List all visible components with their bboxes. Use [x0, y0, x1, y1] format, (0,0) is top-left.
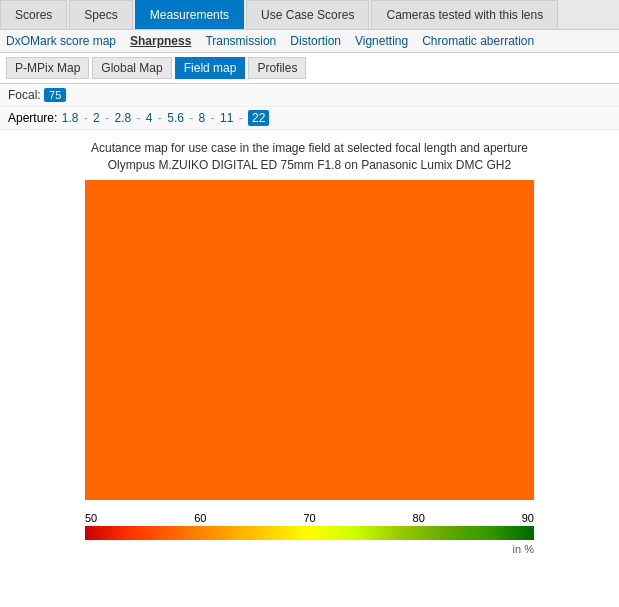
- scale-bar: [85, 526, 534, 540]
- tab-specs[interactable]: Specs: [69, 0, 132, 29]
- tab-cameras-tested[interactable]: Cameras tested with this lens: [371, 0, 558, 29]
- focal-value[interactable]: 75: [44, 88, 66, 102]
- nav-sharpness[interactable]: Sharpness: [130, 34, 191, 48]
- tab-measurements[interactable]: Measurements: [135, 0, 244, 29]
- tab-scores[interactable]: Scores: [0, 0, 67, 29]
- tab-use-case-scores[interactable]: Use Case Scores: [246, 0, 369, 29]
- subtab-field-map[interactable]: Field map: [175, 57, 246, 79]
- scale-label-50: 50: [85, 512, 97, 524]
- nav-distortion[interactable]: Distortion: [290, 34, 341, 48]
- aperture-11[interactable]: 11: [220, 111, 233, 125]
- scale-label-60: 60: [194, 512, 206, 524]
- scale-label-90: 90: [522, 512, 534, 524]
- aperture-2-8[interactable]: 2.8: [114, 111, 131, 125]
- second-navigation: DxOMark score map Sharpness Transmission…: [0, 30, 619, 53]
- chart-title-line1: Acutance map for use case in the image f…: [10, 140, 609, 157]
- top-navigation: Scores Specs Measurements Use Case Score…: [0, 0, 619, 30]
- subtab-p-mpix-map[interactable]: P-MPix Map: [6, 57, 89, 79]
- scale-unit: in %: [85, 543, 534, 555]
- color-scale: 50 60 70 80 90 in %: [85, 512, 534, 555]
- aperture-1-8[interactable]: 1.8: [62, 111, 79, 125]
- third-navigation: P-MPix Map Global Map Field map Profiles: [0, 53, 619, 84]
- aperture-2[interactable]: 2: [93, 111, 100, 125]
- focal-label: Focal:: [8, 88, 41, 102]
- nav-transmission[interactable]: Transmission: [205, 34, 276, 48]
- focal-row: Focal: 75: [0, 84, 619, 107]
- nav-dxomark-score-map[interactable]: DxOMark score map: [6, 34, 116, 48]
- nav-chromatic-aberration[interactable]: Chromatic aberration: [422, 34, 534, 48]
- scale-label-70: 70: [303, 512, 315, 524]
- aperture-5-6[interactable]: 5.6: [167, 111, 184, 125]
- aperture-8[interactable]: 8: [199, 111, 206, 125]
- subtab-profiles[interactable]: Profiles: [248, 57, 306, 79]
- scale-labels: 50 60 70 80 90: [85, 512, 534, 524]
- nav-vignetting[interactable]: Vignetting: [355, 34, 408, 48]
- aperture-4[interactable]: 4: [146, 111, 153, 125]
- chart-title-line2: Olympus M.ZUIKO DIGITAL ED 75mm F1.8 on …: [10, 157, 609, 174]
- main-content: Acutance map for use case in the image f…: [0, 130, 619, 565]
- aperture-label: Aperture:: [8, 111, 57, 125]
- heatmap: [85, 180, 534, 500]
- aperture-22[interactable]: 22: [248, 110, 269, 126]
- chart-title: Acutance map for use case in the image f…: [10, 140, 609, 174]
- aperture-row: Aperture: 1.8 - 2 - 2.8 - 4 - 5.6 - 8 - …: [0, 107, 619, 130]
- scale-label-80: 80: [413, 512, 425, 524]
- subtab-global-map[interactable]: Global Map: [92, 57, 171, 79]
